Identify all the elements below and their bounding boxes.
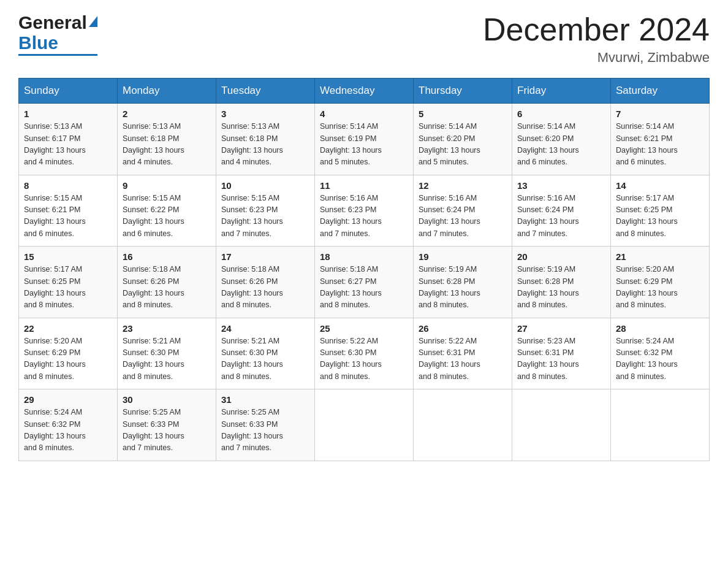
day-number: 3	[221, 109, 309, 119]
day-info: Sunrise: 5:18 AMSunset: 6:26 PMDaylight:…	[221, 264, 309, 312]
calendar-table: Sunday Monday Tuesday Wednesday Thursday…	[18, 78, 710, 461]
day-number: 2	[123, 109, 211, 119]
day-info: Sunrise: 5:15 AMSunset: 6:22 PMDaylight:…	[123, 193, 211, 240]
calendar-day-cell	[414, 389, 512, 461]
calendar-day-cell: 5 Sunrise: 5:14 AMSunset: 6:20 PMDayligh…	[414, 104, 512, 175]
calendar-day-cell: 18 Sunrise: 5:18 AMSunset: 6:27 PMDaylig…	[315, 247, 414, 318]
month-year-title: December 2024	[483, 12, 710, 47]
calendar-day-cell: 16 Sunrise: 5:18 AMSunset: 6:26 PMDaylig…	[118, 247, 216, 318]
calendar-day-cell: 7 Sunrise: 5:14 AMSunset: 6:21 PMDayligh…	[611, 104, 710, 175]
calendar-day-cell: 23 Sunrise: 5:21 AMSunset: 6:30 PMDaylig…	[118, 318, 216, 389]
day-info: Sunrise: 5:23 AMSunset: 6:31 PMDaylight:…	[517, 335, 605, 383]
day-number: 17	[221, 251, 309, 262]
day-info: Sunrise: 5:24 AMSunset: 6:32 PMDaylight:…	[24, 407, 112, 454]
header-wednesday: Wednesday	[315, 79, 414, 104]
header-monday: Monday	[118, 79, 216, 104]
day-info: Sunrise: 5:13 AMSunset: 6:18 PMDaylight:…	[123, 121, 211, 169]
header-sunday: Sunday	[19, 79, 118, 104]
day-number: 30	[123, 394, 211, 405]
location-subtitle: Mvurwi, Zimbabwe	[483, 50, 710, 66]
day-info: Sunrise: 5:16 AMSunset: 6:24 PMDaylight:…	[419, 193, 507, 240]
day-number: 1	[24, 109, 112, 119]
day-number: 11	[320, 180, 408, 191]
day-info: Sunrise: 5:24 AMSunset: 6:32 PMDaylight:…	[616, 335, 704, 383]
day-number: 23	[123, 323, 211, 334]
logo-general-text: General	[18, 12, 87, 33]
calendar-day-cell: 3 Sunrise: 5:13 AMSunset: 6:18 PMDayligh…	[216, 104, 315, 175]
day-number: 31	[221, 394, 309, 405]
day-info: Sunrise: 5:22 AMSunset: 6:30 PMDaylight:…	[320, 335, 408, 383]
calendar-day-cell: 2 Sunrise: 5:13 AMSunset: 6:18 PMDayligh…	[118, 104, 216, 175]
day-number: 29	[24, 394, 112, 405]
day-number: 4	[320, 109, 408, 119]
calendar-week-row: 29 Sunrise: 5:24 AMSunset: 6:32 PMDaylig…	[19, 389, 710, 461]
calendar-day-cell: 10 Sunrise: 5:15 AMSunset: 6:23 PMDaylig…	[216, 175, 315, 247]
day-info: Sunrise: 5:17 AMSunset: 6:25 PMDaylight:…	[24, 264, 112, 312]
day-number: 28	[616, 323, 704, 334]
day-number: 27	[517, 323, 605, 334]
day-info: Sunrise: 5:16 AMSunset: 6:23 PMDaylight:…	[320, 193, 408, 240]
calendar-day-cell	[315, 389, 414, 461]
day-number: 16	[123, 251, 211, 262]
day-info: Sunrise: 5:15 AMSunset: 6:21 PMDaylight:…	[24, 193, 112, 240]
day-number: 10	[221, 180, 309, 191]
calendar-day-cell: 27 Sunrise: 5:23 AMSunset: 6:31 PMDaylig…	[512, 318, 611, 389]
day-info: Sunrise: 5:13 AMSunset: 6:18 PMDaylight:…	[221, 121, 309, 169]
calendar-day-cell: 22 Sunrise: 5:20 AMSunset: 6:29 PMDaylig…	[19, 318, 118, 389]
day-info: Sunrise: 5:15 AMSunset: 6:23 PMDaylight:…	[221, 193, 309, 240]
calendar-header: Sunday Monday Tuesday Wednesday Thursday…	[19, 79, 710, 104]
calendar-day-cell	[611, 389, 710, 461]
day-number: 25	[320, 323, 408, 334]
header-friday: Friday	[512, 79, 611, 104]
day-info: Sunrise: 5:21 AMSunset: 6:30 PMDaylight:…	[123, 335, 211, 383]
calendar-day-cell: 19 Sunrise: 5:19 AMSunset: 6:28 PMDaylig…	[414, 247, 512, 318]
day-number: 12	[419, 180, 507, 191]
calendar-day-cell: 31 Sunrise: 5:25 AMSunset: 6:33 PMDaylig…	[216, 389, 315, 461]
calendar-day-cell: 1 Sunrise: 5:13 AMSunset: 6:17 PMDayligh…	[19, 104, 118, 175]
header-tuesday: Tuesday	[216, 79, 315, 104]
calendar-day-cell: 25 Sunrise: 5:22 AMSunset: 6:30 PMDaylig…	[315, 318, 414, 389]
day-number: 21	[616, 251, 704, 262]
day-info: Sunrise: 5:14 AMSunset: 6:21 PMDaylight:…	[616, 121, 704, 169]
day-info: Sunrise: 5:18 AMSunset: 6:27 PMDaylight:…	[320, 264, 408, 312]
day-number: 22	[24, 323, 112, 334]
calendar-day-cell: 9 Sunrise: 5:15 AMSunset: 6:22 PMDayligh…	[118, 175, 216, 247]
day-number: 26	[419, 323, 507, 334]
day-number: 18	[320, 251, 408, 262]
day-number: 13	[517, 180, 605, 191]
calendar-week-row: 1 Sunrise: 5:13 AMSunset: 6:17 PMDayligh…	[19, 104, 710, 175]
title-block: December 2024 Mvurwi, Zimbabwe	[483, 12, 710, 66]
day-number: 5	[419, 109, 507, 119]
page-header: General Blue December 2024 Mvurwi, Zimba…	[18, 12, 710, 66]
calendar-day-cell: 20 Sunrise: 5:19 AMSunset: 6:28 PMDaylig…	[512, 247, 611, 318]
day-info: Sunrise: 5:16 AMSunset: 6:24 PMDaylight:…	[517, 193, 605, 240]
calendar-day-cell: 26 Sunrise: 5:22 AMSunset: 6:31 PMDaylig…	[414, 318, 512, 389]
day-info: Sunrise: 5:20 AMSunset: 6:29 PMDaylight:…	[24, 335, 112, 383]
calendar-day-cell: 17 Sunrise: 5:18 AMSunset: 6:26 PMDaylig…	[216, 247, 315, 318]
calendar-day-cell: 13 Sunrise: 5:16 AMSunset: 6:24 PMDaylig…	[512, 175, 611, 247]
day-info: Sunrise: 5:25 AMSunset: 6:33 PMDaylight:…	[123, 407, 211, 454]
logo-blue-text: Blue	[18, 33, 58, 53]
day-info: Sunrise: 5:17 AMSunset: 6:25 PMDaylight:…	[616, 193, 704, 240]
day-number: 9	[123, 180, 211, 191]
logo: General Blue	[18, 12, 97, 56]
calendar-day-cell: 8 Sunrise: 5:15 AMSunset: 6:21 PMDayligh…	[19, 175, 118, 247]
day-info: Sunrise: 5:18 AMSunset: 6:26 PMDaylight:…	[123, 264, 211, 312]
day-info: Sunrise: 5:19 AMSunset: 6:28 PMDaylight:…	[419, 264, 507, 312]
day-info: Sunrise: 5:13 AMSunset: 6:17 PMDaylight:…	[24, 121, 112, 169]
day-number: 20	[517, 251, 605, 262]
day-info: Sunrise: 5:20 AMSunset: 6:29 PMDaylight:…	[616, 264, 704, 312]
header-thursday: Thursday	[414, 79, 512, 104]
calendar-day-cell: 11 Sunrise: 5:16 AMSunset: 6:23 PMDaylig…	[315, 175, 414, 247]
calendar-day-cell: 28 Sunrise: 5:24 AMSunset: 6:32 PMDaylig…	[611, 318, 710, 389]
day-number: 15	[24, 251, 112, 262]
calendar-week-row: 15 Sunrise: 5:17 AMSunset: 6:25 PMDaylig…	[19, 247, 710, 318]
logo-arrow-icon	[89, 16, 97, 27]
day-number: 24	[221, 323, 309, 334]
calendar-day-cell: 12 Sunrise: 5:16 AMSunset: 6:24 PMDaylig…	[414, 175, 512, 247]
calendar-day-cell: 14 Sunrise: 5:17 AMSunset: 6:25 PMDaylig…	[611, 175, 710, 247]
day-number: 19	[419, 251, 507, 262]
calendar-day-cell	[512, 389, 611, 461]
day-number: 14	[616, 180, 704, 191]
day-number: 8	[24, 180, 112, 191]
